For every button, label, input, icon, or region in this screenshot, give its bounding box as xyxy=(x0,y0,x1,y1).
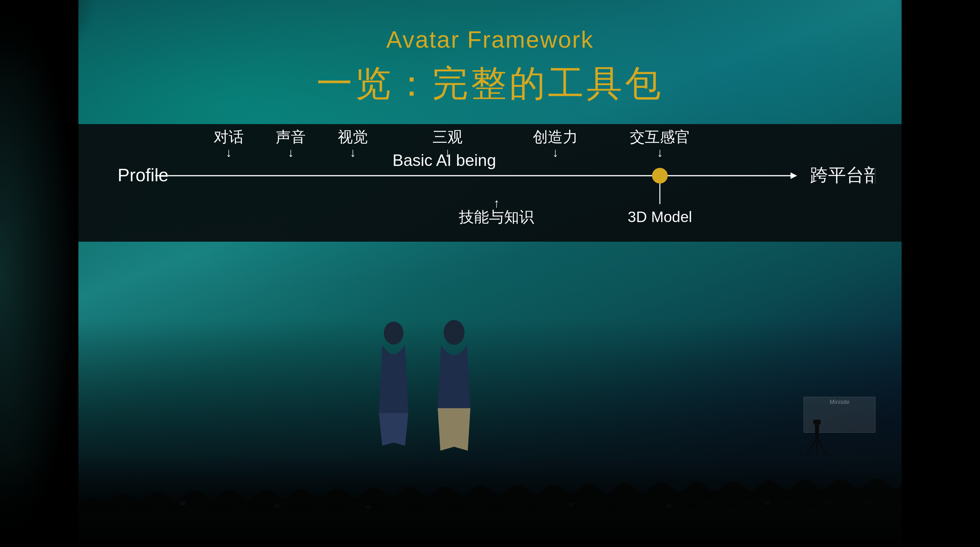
corner-vignette-tr xyxy=(889,0,980,78)
label-3dmodel: 3D Model xyxy=(628,208,692,225)
label-shengyin: 声音 xyxy=(276,128,306,145)
label-basic-ai: Basic AI being xyxy=(393,151,496,170)
arrowhead xyxy=(791,172,797,179)
arrow-jiaohu: ↓ xyxy=(657,146,663,159)
diagram-strip: 对话 ↓ 声音 ↓ 视觉 ↓ 三观 ↓ 创造力 ↓ 交互感官 ↓ xyxy=(78,124,902,242)
label-jiaohu: 交互感官 xyxy=(630,128,690,145)
arrow-shijue: ↓ xyxy=(350,146,356,159)
arrow-jineng-up: ↑ xyxy=(493,196,500,210)
label-kuapingtai: 跨平台部署 xyxy=(810,165,875,185)
golden-dot xyxy=(652,168,668,183)
diagram-svg: 对话 ↓ 声音 ↓ 视觉 ↓ 三观 ↓ 创造力 ↓ 交互感官 ↓ xyxy=(105,124,875,229)
title-english: Avatar Framework xyxy=(78,26,902,53)
label-chuangzaoli: 创造力 xyxy=(533,128,578,145)
corner-vignette-tl xyxy=(0,0,105,91)
scene: Avatar Framework 一览：完整的工具包 对话 ↓ 声音 ↓ 视觉 … xyxy=(0,0,980,547)
title-area: Avatar Framework 一览：完整的工具包 xyxy=(78,26,902,108)
title-chinese: 一览：完整的工具包 xyxy=(78,59,902,108)
label-profile: Profile xyxy=(118,165,169,185)
label-duihua: 对话 xyxy=(214,128,244,145)
label-sanguan: 三观 xyxy=(433,128,463,145)
arrow-shengyin: ↓ xyxy=(288,146,294,159)
label-shijue: 视觉 xyxy=(338,128,368,145)
svg-point-1 xyxy=(444,320,465,345)
arrow-chuangzaoli: ↓ xyxy=(552,146,558,159)
label-jineng: 技能与知识 xyxy=(459,208,534,225)
bottom-vignette xyxy=(0,456,980,547)
arrow-duihua: ↓ xyxy=(226,146,232,159)
svg-point-0 xyxy=(384,322,403,345)
